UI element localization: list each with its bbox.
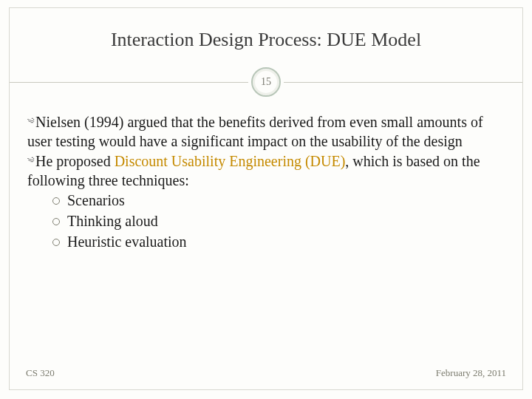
sub-bullet-item: Thinking aloud: [27, 212, 505, 231]
title-divider: 15: [10, 64, 522, 100]
sub-bullet-item: Heuristic evaluation: [27, 233, 505, 252]
slide-footer: CS 320 February 28, 2011: [26, 367, 506, 379]
circle-bullet-icon: [52, 239, 60, 246]
bullet-swirl-icon: ༄: [27, 114, 34, 131]
divider-line-left: [10, 82, 248, 83]
page-number-badge: 15: [251, 67, 281, 97]
bullet-swirl-icon: ༄: [27, 153, 34, 170]
sub-bullet-text: Heuristic evaluation: [67, 233, 187, 250]
circle-bullet-icon: [52, 218, 60, 225]
footer-right: February 28, 2011: [436, 367, 506, 379]
sub-bullet-text: Thinking aloud: [67, 213, 158, 229]
bullet-lead: Nielsen (1994): [35, 114, 127, 130]
slide-body: ༄Nielsen (1994) argued that the benefits…: [10, 100, 522, 251]
slide-frame: Interaction Design Process: DUE Model 15…: [9, 7, 523, 390]
bullet-accent: Discount Usability Engineering (DUE): [115, 153, 346, 169]
footer-left: CS 320: [26, 367, 55, 379]
circle-bullet-icon: [52, 197, 60, 205]
sub-bullet-item: Scenarios: [27, 191, 505, 211]
bullet-item: ༄He proposed Discount Usability Engineer…: [27, 152, 505, 190]
sub-bullet-text: Scenarios: [67, 192, 125, 208]
slide-title: Interaction Design Process: DUE Model: [10, 8, 522, 51]
bullet-item: ༄Nielsen (1994) argued that the benefits…: [27, 113, 505, 151]
page-number: 15: [261, 76, 271, 88]
divider-line-right: [284, 82, 522, 83]
bullet-lead: He proposed: [35, 153, 115, 169]
